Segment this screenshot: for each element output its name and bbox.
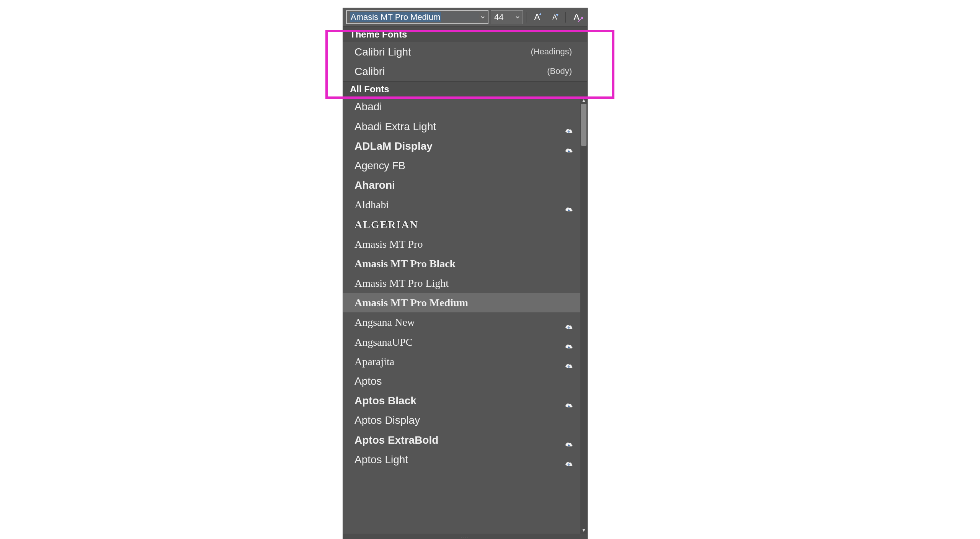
- font-item[interactable]: Aptos Black: [343, 391, 587, 410]
- font-item-name: Aptos Display: [354, 413, 572, 428]
- cloud-download-icon: [564, 456, 573, 463]
- font-item[interactable]: ADLaM Display: [343, 136, 587, 156]
- font-item-name: Aldhabi: [354, 197, 572, 212]
- font-item-name: Amasis MT Pro Black: [354, 256, 572, 271]
- cloud-download-icon: [564, 436, 573, 443]
- cloud-download-icon: [564, 123, 573, 130]
- font-item-name: Amasis MT Pro Medium: [354, 295, 572, 310]
- font-item[interactable]: Calibri Light(Headings): [343, 42, 587, 62]
- cloud-download-icon: [564, 358, 573, 365]
- font-item[interactable]: Amasis MT Pro: [343, 234, 587, 254]
- scrollbar-track[interactable]: [580, 104, 587, 527]
- font-item-name: Abadi Extra Light: [354, 119, 572, 134]
- font-item[interactable]: AngsanaUPC: [343, 332, 587, 352]
- font-ribbon-panel: Amasis MT Pro Medium 44 A▲ A▼: [343, 8, 588, 539]
- font-item-aux: (Body): [547, 65, 572, 77]
- scroll-down-icon[interactable]: ▼: [580, 527, 587, 534]
- separator: [565, 12, 566, 23]
- font-scroll-area: AbadiAbadi Extra LightADLaM DisplayAgenc…: [343, 97, 587, 534]
- font-item-name: Angsana New: [354, 315, 572, 330]
- font-item[interactable]: Calibri(Body): [343, 62, 587, 81]
- font-item[interactable]: Amasis MT Pro Medium: [343, 293, 587, 312]
- separator: [526, 12, 526, 23]
- theme-fonts-list: Calibri Light(Headings)Calibri(Body): [343, 42, 587, 81]
- cloud-download-icon: [564, 201, 573, 208]
- font-item[interactable]: Aptos Light: [343, 450, 587, 469]
- font-item-name: Aptos Light: [354, 452, 572, 467]
- font-item[interactable]: Aptos: [343, 371, 587, 391]
- all-fonts-header: All Fonts: [343, 82, 587, 97]
- font-item-name: Algerian: [354, 217, 572, 232]
- font-size-combo[interactable]: 44: [491, 10, 523, 24]
- font-item-name: Aharoni: [354, 178, 572, 193]
- font-item-name: Aparajita: [354, 354, 572, 369]
- font-item[interactable]: Aptos Display: [343, 410, 587, 430]
- font-item-name: Calibri Light: [354, 44, 527, 59]
- font-dropdown: Theme Fonts Calibri Light(Headings)Calib…: [343, 26, 587, 539]
- scrollbar-thumb[interactable]: [581, 104, 586, 146]
- cloud-download-icon: [564, 142, 573, 149]
- font-item[interactable]: Aparajita: [343, 352, 587, 371]
- font-item[interactable]: Aptos ExtraBold: [343, 430, 587, 450]
- scroll-up-icon[interactable]: ▲: [580, 97, 587, 104]
- font-item[interactable]: Algerian: [343, 215, 587, 234]
- font-item-name: ADLaM Display: [354, 139, 572, 154]
- all-fonts-list: AbadiAbadi Extra LightADLaM DisplayAgenc…: [343, 97, 587, 469]
- chevron-down-icon[interactable]: [514, 15, 521, 20]
- font-item-name: AngsanaUPC: [354, 335, 572, 350]
- font-name-combo[interactable]: Amasis MT Pro Medium: [346, 10, 488, 24]
- cloud-download-icon: [564, 397, 573, 404]
- font-item-name: Agency FB: [354, 158, 572, 173]
- font-item-name: Calibri: [354, 64, 543, 79]
- font-item[interactable]: Abadi: [343, 97, 587, 116]
- font-item[interactable]: Abadi Extra Light: [343, 117, 587, 136]
- theme-fonts-header: Theme Fonts: [343, 27, 587, 42]
- clear-formatting-button[interactable]: A: [569, 10, 584, 24]
- font-item-name: Aptos Black: [354, 393, 572, 408]
- increase-font-size-button[interactable]: A▲: [529, 10, 545, 24]
- font-item-name: Amasis MT Pro: [354, 237, 572, 252]
- resize-gripper[interactable]: ····: [343, 534, 587, 539]
- font-item[interactable]: Agency FB: [343, 156, 587, 175]
- font-item[interactable]: Aldhabi: [343, 195, 587, 214]
- font-item-aux: (Headings): [531, 46, 572, 58]
- decrease-font-size-icon: A▼: [552, 14, 557, 21]
- scrollbar[interactable]: ▲ ▼: [580, 97, 587, 534]
- font-toolbar: Amasis MT Pro Medium 44 A▲ A▼: [343, 8, 587, 26]
- font-item[interactable]: Angsana New: [343, 312, 587, 332]
- clear-formatting-icon: A: [573, 13, 580, 22]
- font-item-name: Aptos: [354, 374, 572, 389]
- increase-font-size-icon: A▲: [534, 13, 540, 22]
- font-item[interactable]: Aharoni: [343, 175, 587, 195]
- decrease-font-size-button[interactable]: A▼: [547, 10, 562, 24]
- cloud-download-icon: [564, 319, 573, 326]
- font-item[interactable]: Amasis MT Pro Black: [343, 254, 587, 273]
- font-item-name: Aptos ExtraBold: [354, 433, 572, 448]
- cloud-download-icon: [564, 338, 573, 345]
- font-name-value: Amasis MT Pro Medium: [350, 12, 441, 22]
- font-item-name: Amasis MT Pro Light: [354, 276, 572, 291]
- font-item[interactable]: Amasis MT Pro Light: [343, 273, 587, 293]
- font-size-value: 44: [494, 12, 514, 22]
- chevron-down-icon[interactable]: [479, 15, 486, 20]
- font-item-name: Abadi: [354, 99, 572, 114]
